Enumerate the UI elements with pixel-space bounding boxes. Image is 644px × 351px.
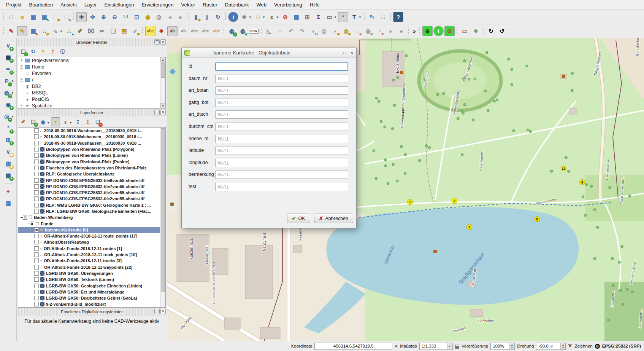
filter-browser-icon[interactable]: ▼ [38,47,48,56]
plugin-zoom-icon[interactable]: ⊕ [422,26,433,36]
expand-all-icon[interactable]: ↧ [73,117,82,126]
field-input-art_botan[interactable] [215,86,348,95]
layer-row[interactable]: ∴2018-09-30 0918-Walshausen__20180930_09… [18,140,165,146]
zoom-in-icon[interactable]: ⊕ [98,12,109,22]
text-annotation-icon[interactable]: T▼ [349,12,359,22]
rotate-clockwise-icon[interactable]: ↻ [486,26,496,36]
field-input-latitude[interactable] [215,147,348,155]
spin-down-icon[interactable]: ▼ [509,346,514,349]
layer-checkbox[interactable] [34,128,39,133]
field-input-test[interactable] [215,183,348,191]
snapping-options-icon[interactable]: ∩ [275,26,285,36]
menu-bearbeiten[interactable]: Bearbeiten [25,0,57,9]
map-tips-icon[interactable]: ❛ [338,12,348,22]
paste-features-icon[interactable]: ▤ [119,26,129,36]
layer-checkbox[interactable] [34,290,39,294]
menu-datenbank[interactable]: Datenbank [221,0,253,9]
browser-item-db2[interactable]: ▮DB2 [18,83,165,89]
identify-features-icon[interactable]: i [228,12,238,22]
composer-manager-icon[interactable]: □✎ [61,12,71,22]
layer-row[interactable]: √2018-09-30 0918-Walshausen__20180930_09… [18,134,165,140]
ok-button[interactable]: ✔ OK [287,214,310,223]
crs-globe-icon[interactable]: ◍ [595,344,600,349]
cancel-button[interactable]: ✘ Abbrechen [314,214,353,223]
new-project-icon[interactable]: □ [6,12,16,22]
add-postgis-layer-icon[interactable]: P+▼ [2,76,12,86]
coordinate-extent-toggle-icon[interactable]: ⌖ [395,343,398,349]
zoom-full-icon[interactable]: ⊡ [132,12,142,22]
render-checkbox[interactable]: ✕ [568,344,572,348]
coordinate-input[interactable] [314,343,392,350]
layer-checkbox[interactable] [34,203,39,207]
add-selected-layers-icon[interactable]: ❏+ [19,47,28,56]
scroll-up-icon[interactable]: ▲ [160,57,165,62]
layer-row[interactable]: LGRB-BW GK50: Erz und Mineralgänge [18,289,165,295]
clear-rotation-icon[interactable]: ⊗ [550,344,553,348]
feature-marker-9[interactable]: 9 [579,179,585,185]
zoom-out-icon[interactable]: ⊖ [109,12,120,22]
layer-row[interactable]: √OR-Altholz-Funde-2018-12-11 routes [1] [18,246,165,252]
layer-row[interactable]: ∴OR-Altholz-Funde-2018-12-11 waypoints [… [18,264,165,270]
redo-icon[interactable]: ↷ [297,26,307,36]
layer-row[interactable]: LGRB-BW GK50: Bearbeitetes Gebiet (GeoLa… [18,295,165,301]
zoom-next-icon[interactable]: ▸ [176,12,186,22]
help-icon[interactable]: ? [393,12,403,22]
layer-row[interactable]: ✕✎baeume-Karlsruhe [6] [18,227,165,233]
layer-row[interactable]: −✕❐Funde [18,220,165,227]
menu-hilfe[interactable]: Hilfe [306,0,324,9]
layer-row[interactable]: RP-DGM10-CRS-EPSG25832-tile1von55-shade-… [18,190,165,196]
add-wfs-layer-icon[interactable]: ◎+▼ [2,111,12,121]
crs-status-label[interactable]: EPSG:25832 (SRP) [602,344,641,348]
dialog-maximize-icon[interactable]: □ [342,50,347,56]
layer-row[interactable]: RLP: Geologische Übersichtskarte [18,171,165,177]
layer-row[interactable]: LGRB-BW GK50: Tektonik (Linien) [18,276,165,282]
open-attribute-table-icon[interactable]: ▦ [291,12,301,22]
layer-checkbox[interactable] [34,252,39,257]
undo-icon[interactable]: ↶ [286,26,296,36]
layer-scrollbar[interactable] [160,128,165,307]
zoom-to-selection-icon[interactable]: ◉ [143,12,153,22]
layer-panel-float-icon[interactable]: ❐ [154,110,160,115]
rotate-counterclockwise-icon[interactable]: ↺ [497,26,507,36]
gps-tracking-icon[interactable]: ⌖ [3,186,13,196]
new-bookmark-icon[interactable]: ▮✱ [191,12,201,22]
feature-marker-7[interactable]: 7 [466,224,472,230]
expander-icon[interactable]: + [20,65,23,69]
add-virtual-layer-icon[interactable]: ⊞+ [3,135,13,145]
layer-panel-close-icon[interactable]: ✕ [160,110,166,115]
expander-icon[interactable]: + [20,59,23,62]
layer-checkbox[interactable] [34,184,39,189]
browser-item-spatialite[interactable]: +✒SpatiaLite [18,102,165,108]
layer-row[interactable]: RP-DGM10-CRS-EPSG25832-tile2von55-shade-… [18,196,165,202]
new-gpx-layer-icon[interactable]: ▥✱ [3,158,13,169]
delete-selected-icon[interactable]: ⌧ [86,26,96,36]
move-label-icon[interactable]: abc [189,26,200,36]
layer-styling-icon[interactable]: ✐ [19,117,28,126]
scroll-down-icon[interactable]: ▼ [160,103,165,108]
magnifier-spinbox[interactable]: 100% ▲▼ [490,343,515,350]
field-input-hoehe_m[interactable] [215,135,348,143]
select-features-icon[interactable]: □▼ [253,12,263,22]
layer-row[interactable]: Biotoptypen von Rheinland-Pfalz (Polygon… [18,146,165,152]
rotation-spinbox[interactable]: -90,0 ⊗ ▲▼ [536,343,566,350]
layer-row[interactable]: RP-DGM10-CRS-EPSG25832-tile7von55-shade-… [18,183,165,190]
menu-einstellungen[interactable]: Einstellungen [101,0,138,9]
refresh-browser-icon[interactable]: ↻ [29,47,38,56]
layer-diagram-icon[interactable]: ❖ [156,26,167,36]
offset-curve-icon[interactable]: ◎ [319,26,329,36]
field-input-gattg_bot[interactable] [215,99,348,107]
add-feature-icon[interactable]: ∴✱ [39,26,49,36]
layer-checkbox[interactable]: ✕ [34,228,39,232]
scale-lock-icon[interactable] [455,346,459,349]
field-input-baum_nr[interactable] [215,75,348,83]
scale-combo[interactable]: 1:1.333 ▼ [419,343,453,350]
field-input-art_dtsch[interactable] [215,110,348,119]
menu-vektor[interactable]: Vektor [177,0,199,9]
menu-erweiterungen[interactable]: Erweiterungen [138,0,178,9]
zoom-to-layer-icon[interactable]: ◎ [154,12,164,22]
field-input-longitude[interactable] [215,159,348,167]
save-project-icon[interactable]: ▣ [28,12,38,22]
browser-item--[interactable]: +/ [18,77,165,83]
layer-checkbox[interactable] [34,209,39,214]
collapse-all-icon[interactable]: ↥ [83,117,92,126]
